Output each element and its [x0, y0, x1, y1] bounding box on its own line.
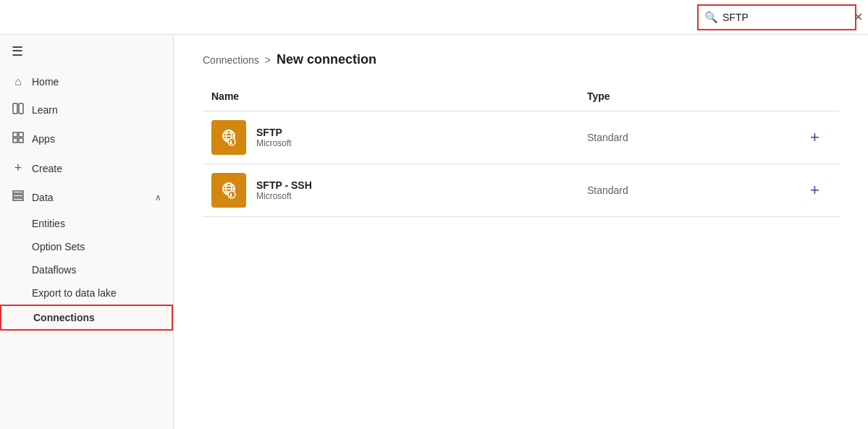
- sidebar-section-data: Data ∧ Entities Option Sets Dataflows Ex…: [0, 183, 173, 331]
- sftp-ssh-add-button[interactable]: +: [804, 178, 825, 203]
- breadcrumb: Connections > New connection: [203, 52, 839, 67]
- sidebar-item-label: Home: [32, 76, 59, 88]
- sidebar-item-entities[interactable]: Entities: [0, 212, 173, 235]
- sftp-ssh-name-cell: SFTP - SSH Microsoft: [203, 164, 578, 217]
- svg-rect-5: [19, 138, 23, 143]
- sftp-ssh-connection-info: SFTP - SSH Microsoft: [256, 179, 312, 201]
- svg-rect-24: [230, 195, 232, 197]
- top-bar: 🔍 ✕: [0, 0, 868, 35]
- connections-label: Connections: [33, 312, 95, 323]
- hamburger-icon[interactable]: ☰: [12, 43, 23, 59]
- sftp-ssh-add-cell: +: [796, 164, 839, 217]
- main-content: Connections > New connection Name Type: [174, 35, 868, 429]
- sidebar-learn-label: Learn: [32, 104, 58, 116]
- connections-table: Name Type: [203, 85, 839, 217]
- svg-rect-0: [13, 103, 17, 114]
- svg-rect-6: [13, 191, 23, 193]
- sftp-connection-info: SFTP Microsoft: [256, 127, 292, 148]
- sidebar-apps-label: Apps: [32, 133, 55, 145]
- sftp-ssh-vendor: Microsoft: [256, 191, 312, 201]
- sidebar-item-connections[interactable]: Connections: [0, 305, 173, 331]
- sftp-name-cell: SFTP Microsoft: [203, 111, 578, 164]
- sftp-add-cell: +: [796, 111, 839, 164]
- sidebar-item-dataflows[interactable]: Dataflows: [0, 258, 173, 281]
- sidebar-data-label: Data: [32, 192, 54, 203]
- svg-rect-3: [19, 132, 23, 137]
- svg-rect-1: [19, 103, 23, 114]
- sftp-type: Standard: [578, 111, 796, 164]
- sftp-name: SFTP: [256, 127, 292, 138]
- svg-rect-16: [230, 143, 232, 145]
- close-icon[interactable]: ✕: [854, 12, 863, 23]
- sidebar-item-apps[interactable]: Apps: [0, 124, 173, 153]
- breadcrumb-separator: >: [265, 54, 271, 66]
- sidebar-data-children: Entities Option Sets Dataflows Export to…: [0, 212, 173, 331]
- sidebar-item-option-sets[interactable]: Option Sets: [0, 235, 173, 258]
- search-box: 🔍 ✕: [697, 4, 856, 30]
- sidebar-item-data[interactable]: Data ∧: [0, 183, 173, 212]
- sidebar-header: ☰: [0, 35, 173, 68]
- sidebar-item-export-to-data-lake[interactable]: Export to data lake: [0, 281, 173, 305]
- search-icon: 🔍: [704, 11, 718, 24]
- svg-rect-4: [13, 138, 17, 143]
- svg-rect-7: [13, 195, 23, 197]
- export-to-data-lake-label: Export to data lake: [32, 287, 117, 299]
- dataflows-label: Dataflows: [32, 264, 76, 276]
- col-type: Type: [578, 85, 796, 111]
- sidebar-item-create[interactable]: + Create: [0, 153, 173, 183]
- sidebar-create-label: Create: [32, 163, 62, 174]
- breadcrumb-current: New connection: [277, 52, 376, 67]
- book-icon: [12, 103, 25, 117]
- sftp-icon: [211, 120, 246, 155]
- option-sets-label: Option Sets: [32, 241, 85, 252]
- entities-label: Entities: [32, 218, 65, 229]
- sidebar: ☰ ⌂ Home Learn: [0, 35, 174, 429]
- sftp-vendor: Microsoft: [256, 138, 292, 148]
- svg-rect-2: [13, 132, 17, 137]
- create-icon: +: [12, 161, 25, 176]
- home-icon: ⌂: [12, 75, 25, 88]
- sftp-ssh-connection-cell: SFTP - SSH Microsoft: [211, 173, 570, 208]
- table-row: SFTP Microsoft Standard +: [203, 111, 839, 164]
- sftp-add-button[interactable]: +: [804, 125, 825, 150]
- breadcrumb-parent[interactable]: Connections: [203, 54, 259, 66]
- sidebar-item-home[interactable]: ⌂ Home: [0, 68, 173, 95]
- sftp-connection-cell: SFTP Microsoft: [211, 120, 570, 155]
- sftp-ssh-icon: [211, 173, 246, 208]
- data-icon: [12, 190, 25, 205]
- col-action: [796, 85, 839, 111]
- table-row: SFTP - SSH Microsoft Standard +: [203, 164, 839, 217]
- chevron-up-icon: ∧: [155, 192, 161, 203]
- sidebar-item-learn[interactable]: Learn: [0, 95, 173, 124]
- table-body: SFTP Microsoft Standard +: [203, 111, 839, 217]
- col-name: Name: [203, 85, 578, 111]
- svg-rect-8: [13, 198, 23, 200]
- table-header: Name Type: [203, 85, 839, 111]
- search-input[interactable]: [722, 12, 849, 23]
- apps-icon: [12, 132, 25, 146]
- main-layout: ☰ ⌂ Home Learn: [0, 35, 868, 429]
- sftp-ssh-name: SFTP - SSH: [256, 179, 312, 191]
- sftp-ssh-type: Standard: [578, 164, 796, 217]
